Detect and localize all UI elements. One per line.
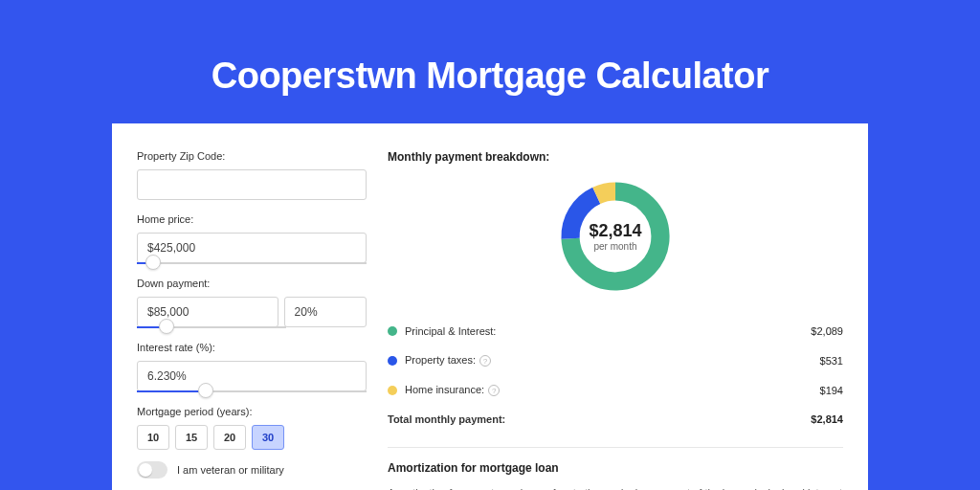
amortization-section: Amortization for mortgage loan Amortizat…	[388, 447, 843, 490]
info-icon[interactable]: ?	[488, 385, 500, 396]
legend-total-row: Total monthly payment:$2,814	[388, 405, 843, 434]
legend-label: Home insurance:?	[405, 384, 820, 396]
legend-dot	[388, 356, 397, 366]
period-button-20[interactable]: 20	[213, 425, 246, 450]
down-payment-label: Down payment:	[137, 278, 367, 289]
legend-row: Home insurance:?$194	[388, 375, 843, 405]
period-button-30[interactable]: 30	[252, 425, 284, 450]
period-label: Mortgage period (years):	[137, 406, 367, 417]
legend-label: Property taxes:?	[405, 354, 820, 367]
period-button-15[interactable]: 15	[175, 425, 208, 450]
page-title: Cooperstwn Mortgage Calculator	[0, 0, 980, 123]
legend: Principal & Interest:$2,089Property taxe…	[388, 317, 843, 434]
legend-row: Property taxes:?$531	[388, 345, 843, 375]
interest-label: Interest rate (%):	[137, 342, 367, 353]
interest-input[interactable]	[137, 361, 367, 391]
legend-value: $531	[820, 355, 843, 367]
veteran-toggle-knob	[139, 463, 152, 477]
down-payment-amount-input[interactable]	[137, 297, 278, 327]
total-label: Total monthly payment:	[388, 413, 811, 425]
legend-dot	[388, 326, 397, 336]
donut-amount: $2,814	[589, 221, 641, 241]
period-field-group: Mortgage period (years): 10152030	[137, 406, 367, 450]
down-payment-slider[interactable]	[137, 326, 286, 328]
home-price-input[interactable]	[137, 233, 367, 263]
down-payment-percent-input[interactable]	[284, 297, 367, 327]
down-payment-field-group: Down payment:	[137, 278, 367, 328]
home-price-slider[interactable]	[137, 262, 367, 264]
home-price-label: Home price:	[137, 213, 367, 225]
period-button-10[interactable]: 10	[137, 425, 169, 450]
donut-center: $2,814 per month	[556, 177, 675, 296]
zip-field-group: Property Zip Code:	[137, 150, 367, 200]
interest-slider-fill	[137, 390, 206, 392]
legend-value: $194	[820, 385, 843, 396]
zip-input[interactable]	[137, 169, 367, 200]
interest-field-group: Interest rate (%):	[137, 342, 367, 392]
breakdown-title: Monthly payment breakdown:	[388, 150, 843, 164]
donut-sub: per month	[593, 241, 636, 252]
veteran-row: I am veteran or military	[137, 461, 367, 479]
total-value: $2,814	[811, 413, 843, 425]
legend-dot	[388, 386, 397, 395]
zip-label: Property Zip Code:	[137, 150, 367, 162]
amortization-body: Amortization for a mortgage loan refers …	[388, 486, 843, 490]
home-price-field-group: Home price:	[137, 213, 367, 264]
legend-value: $2,089	[811, 325, 843, 337]
home-price-slider-thumb[interactable]	[145, 255, 161, 270]
down-payment-slider-thumb[interactable]	[159, 319, 174, 334]
veteran-toggle[interactable]	[137, 461, 167, 479]
legend-label: Principal & Interest:	[405, 325, 811, 337]
form-column: Property Zip Code: Home price: Down paym…	[137, 150, 367, 490]
donut-chart: $2,814 per month	[556, 177, 675, 296]
amortization-title: Amortization for mortgage loan	[388, 461, 843, 475]
donut-wrap: $2,814 per month	[388, 177, 843, 296]
interest-slider-thumb[interactable]	[198, 383, 213, 398]
legend-row: Principal & Interest:$2,089	[388, 317, 843, 345]
breakdown-column: Monthly payment breakdown: $2,814 per mo…	[388, 150, 843, 490]
interest-slider[interactable]	[137, 390, 367, 392]
veteran-label: I am veteran or military	[177, 464, 284, 476]
info-icon[interactable]: ?	[479, 355, 491, 367]
calculator-card: Property Zip Code: Home price: Down paym…	[112, 123, 868, 490]
